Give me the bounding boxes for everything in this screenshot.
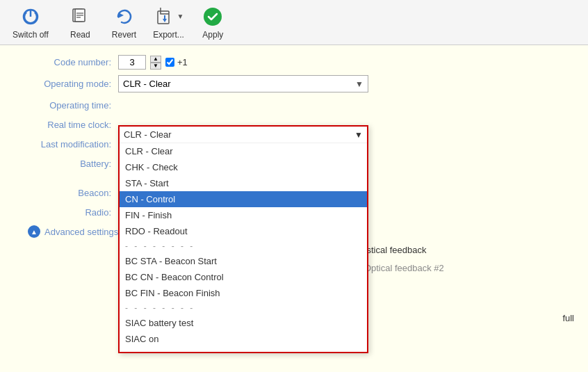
beacon-label: Beacon: — [14, 188, 118, 198]
dropdown-separator: - - - - - - - - — [120, 239, 367, 253]
toolbar: Switch off Read Revert — [0, 0, 588, 45]
apply-button[interactable]: Apply — [194, 3, 232, 42]
dropdown-list: CLR - ClearCHK - CheckSTA - StartCN - Co… — [120, 143, 367, 352]
advanced-settings-icon[interactable]: ▲ — [28, 225, 40, 238]
dropdown-item[interactable]: SIAC on — [120, 331, 367, 347]
full-text: full — [562, 313, 574, 323]
dropdown-item[interactable]: BC FIN - Beacon Finish — [120, 285, 367, 301]
dropdown-item[interactable]: CN - Control — [120, 191, 367, 207]
dropdown-item[interactable]: CLR - Clear — [120, 143, 367, 159]
form-area: Code number: ▲ ▼ +1 Operating mode: CLR … — [0, 45, 588, 372]
last-modification-label: Last modification: — [14, 139, 118, 149]
radio-label: Radio: — [14, 207, 118, 218]
real-time-clock-label: Real time clock: — [14, 120, 118, 130]
revert-button[interactable]: Revert — [105, 3, 143, 42]
apply-label: Apply — [202, 30, 223, 40]
dropdown-open-panel: CLR - Clear ▼ CLR - ClearCHK - CheckSTA … — [118, 125, 368, 353]
dropdown-item[interactable]: SIAC battery test — [120, 315, 367, 331]
revert-label: Revert — [112, 30, 136, 40]
operating-time-row: Operating time: — [0, 95, 588, 115]
optical-feedback2-label: Optical feedback #2 — [364, 263, 444, 273]
read-icon — [69, 6, 91, 28]
code-number-row: Code number: ▲ ▼ +1 — [0, 52, 588, 72]
export-icon — [154, 6, 176, 28]
apply-icon — [202, 6, 224, 28]
export-button[interactable]: ▼ Export... — [149, 3, 188, 42]
dropdown-item[interactable]: RDO - Readout — [120, 223, 367, 239]
plus-one-checkbox[interactable] — [165, 58, 174, 67]
switch-off-label: Switch off — [13, 30, 49, 40]
export-label: Export... — [153, 30, 184, 40]
operating-mode-select[interactable]: CLR - Clear ▼ — [118, 75, 368, 92]
code-number-input-group: ▲ ▼ +1 — [118, 55, 188, 70]
svg-marker-10 — [163, 19, 167, 22]
switch-off-button[interactable]: Switch off — [6, 3, 56, 42]
operating-mode-dropdown[interactable]: CLR - Clear ▼ — [118, 75, 368, 92]
operating-time-label: Operating time: — [14, 100, 118, 111]
switch-off-icon — [19, 6, 42, 28]
dropdown-item[interactable]: SIAC off — [120, 347, 367, 352]
code-number-field[interactable] — [118, 55, 146, 70]
dropdown-item[interactable]: BC STA - Beacon Start — [120, 253, 367, 269]
revert-icon — [113, 6, 135, 28]
plus-one-label: +1 — [177, 57, 188, 67]
export-dropdown-chevron: ▼ — [177, 13, 184, 20]
code-number-label: Code number: — [14, 57, 118, 67]
read-label: Read — [70, 30, 90, 40]
operating-mode-row: Operating mode: CLR - Clear ▼ — [0, 72, 588, 95]
spinner-up-button[interactable]: ▲ — [150, 56, 161, 63]
dropdown-item[interactable]: CHK - Check — [120, 159, 367, 175]
advanced-settings-label[interactable]: Advanced settings: — [44, 227, 121, 237]
dropdown-separator: - - - - - - - - — [120, 301, 367, 315]
dropdown-header-text: CLR - Clear — [124, 129, 172, 140]
code-number-spinner: ▲ ▼ — [150, 56, 161, 70]
svg-marker-7 — [118, 13, 124, 18]
read-button[interactable]: Read — [61, 3, 99, 42]
operating-mode-label: Operating mode: — [14, 79, 118, 89]
svg-point-11 — [204, 8, 222, 26]
dropdown-item[interactable]: FIN - Finish — [120, 207, 367, 223]
dropdown-item[interactable]: STA - Start — [120, 175, 367, 191]
dropdown-arrow-icon: ▼ — [355, 79, 364, 89]
svg-rect-8 — [158, 11, 169, 24]
dropdown-item[interactable]: BC CN - Beacon Control — [120, 269, 367, 285]
dropdown-header-arrow: ▼ — [354, 130, 363, 140]
plus-one-group: +1 — [165, 57, 188, 67]
spinner-down-button[interactable]: ▼ — [150, 63, 161, 70]
battery-label: Battery: — [14, 159, 118, 169]
operating-mode-value: CLR - Clear — [123, 79, 171, 89]
dropdown-header[interactable]: CLR - Clear ▼ — [120, 127, 367, 143]
